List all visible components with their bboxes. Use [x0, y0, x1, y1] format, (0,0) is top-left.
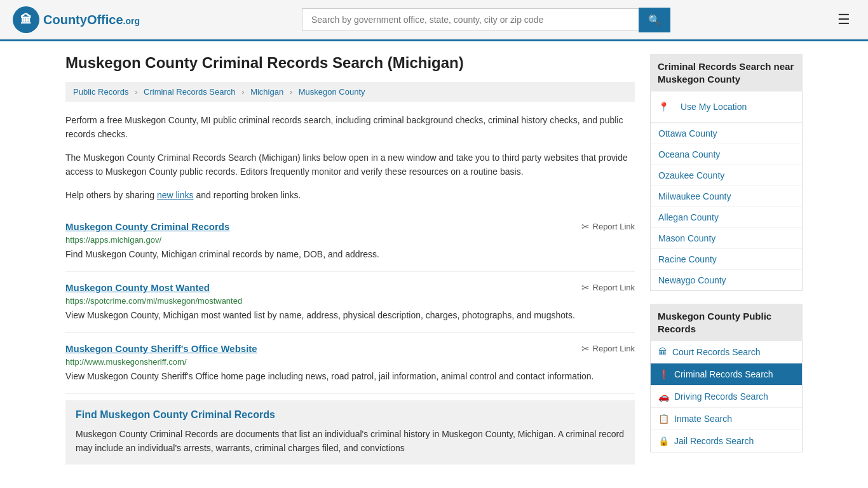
use-location-row: 📍 Use My Location [651, 92, 802, 123]
public-records-title: Muskegon County Public Records [650, 304, 803, 341]
find-section-text: Muskegon County Criminal Records are doc… [76, 427, 625, 456]
report-icon-2: ✂ [581, 343, 590, 355]
pin-icon: 📍 [658, 102, 669, 112]
record-item-0: Muskegon County Criminal Records ✂ Repor… [65, 211, 635, 272]
report-icon-0: ✂ [581, 221, 590, 233]
site-header: 🏛 CountyOffice.org 🔍 ☰ [0, 0, 868, 41]
public-records-section: Muskegon County Public Records 🏛 Court R… [650, 304, 803, 452]
pub-rec-label-4: Jail Records Search [674, 436, 754, 446]
search-area: 🔍 [302, 8, 670, 32]
find-section: Find Muskegon County Criminal Records Mu… [65, 400, 635, 464]
sidebar-county-link-7[interactable]: Newaygo County [651, 270, 802, 290]
logo-icon: 🏛 [13, 6, 39, 33]
logo-name: CountyOffice.org [43, 13, 140, 27]
sidebar-county-link-2[interactable]: Ozaukee County [651, 165, 802, 186]
record-header-1: Muskegon County Most Wanted ✂ Report Lin… [65, 282, 635, 294]
record-desc-2: View Muskegon County Sheriff's Office ho… [65, 370, 635, 383]
content-area: Muskegon County Criminal Records Search … [65, 54, 635, 465]
search-button[interactable]: 🔍 [639, 8, 670, 32]
find-section-title: Find Muskegon County Criminal Records [76, 409, 625, 421]
pub-rec-link-3[interactable]: 📋 Inmate Search [651, 408, 802, 430]
record-url-1[interactable]: https://spotcrime.com/mi/muskegon/mostwa… [65, 296, 635, 306]
records-list: Muskegon County Criminal Records ✂ Repor… [65, 211, 635, 394]
pub-rec-label-3: Inmate Search [674, 414, 732, 424]
record-url-0[interactable]: https://apps.michigan.gov/ [65, 235, 635, 245]
desc-para3-prefix: Help others by sharing [65, 190, 157, 200]
record-item-2: Muskegon County Sheriff's Office Website… [65, 333, 635, 394]
record-title-2[interactable]: Muskegon County Sheriff's Office Website [65, 343, 257, 354]
pub-rec-icon-2: 🚗 [658, 391, 669, 402]
pub-rec-label-0: Court Records Search [672, 347, 761, 357]
pub-rec-link-0[interactable]: 🏛 Court Records Search [651, 341, 802, 363]
sidebar-county-6: Racine County [651, 249, 802, 270]
pub-rec-3: 📋 Inmate Search [651, 408, 802, 430]
description-para2: The Muskegon County Criminal Records Sea… [65, 151, 635, 179]
description-para1: Perform a free Muskegon County, MI publi… [65, 113, 635, 142]
sidebar-county-4: Allegan County [651, 207, 802, 228]
report-label-2: Report Link [593, 344, 635, 353]
breadcrumb-muskegon[interactable]: Muskegon County [299, 87, 365, 97]
page-title: Muskegon County Criminal Records Search … [65, 54, 635, 72]
sidebar-county-link-4[interactable]: Allegan County [651, 207, 802, 227]
pub-rec-0: 🏛 Court Records Search [651, 341, 802, 363]
record-url-2[interactable]: http://www.muskegonsheriff.com/ [65, 357, 635, 367]
logo-area: 🏛 CountyOffice.org [13, 6, 140, 33]
nearby-section-title: Criminal Records Search near Muskegon Co… [650, 54, 803, 92]
report-label-0: Report Link [593, 222, 635, 231]
pub-rec-link-4[interactable]: 🔒 Jail Records Search [651, 430, 802, 452]
bc-sep-1: › [135, 87, 137, 97]
logo-text: CountyOffice.org [43, 13, 140, 27]
record-desc-0: Find Muskegon County, Michigan criminal … [65, 248, 635, 261]
sidebar-county-7: Newaygo County [651, 270, 802, 290]
sidebar-county-link-6[interactable]: Racine County [651, 249, 802, 269]
public-records-list: 🏛 Court Records Search ❗ Criminal Record… [650, 341, 803, 452]
breadcrumb-michigan[interactable]: Michigan [250, 87, 283, 97]
record-header-0: Muskegon County Criminal Records ✂ Repor… [65, 221, 635, 233]
desc-para3-suffix: and reporting broken links. [194, 190, 301, 200]
sidebar-county-5: Mason County [651, 228, 802, 249]
bc-sep-3: › [290, 87, 292, 97]
pub-rec-1: ❗ Criminal Records Search [651, 363, 802, 386]
bc-sep-2: › [241, 87, 244, 97]
report-link-0[interactable]: ✂ Report Link [581, 221, 635, 233]
pub-rec-4: 🔒 Jail Records Search [651, 430, 802, 452]
pub-rec-link-1[interactable]: ❗ Criminal Records Search [651, 363, 802, 385]
main-container: Muskegon County Criminal Records Search … [53, 41, 815, 478]
sidebar-county-link-3[interactable]: Milwaukee County [651, 186, 802, 207]
pub-rec-2: 🚗 Driving Records Search [651, 386, 802, 408]
pub-rec-label-2: Driving Records Search [674, 391, 768, 402]
sidebar-county-2: Ozaukee County [651, 165, 802, 186]
pub-rec-label-1: Criminal Records Search [674, 369, 773, 379]
report-link-2[interactable]: ✂ Report Link [581, 343, 635, 355]
record-desc-1: View Muskegon County, Michigan most want… [65, 309, 635, 322]
breadcrumb-criminal-records[interactable]: Criminal Records Search [144, 87, 236, 97]
description-para3: Help others by sharing new links and rep… [65, 188, 635, 202]
sidebar-county-link-5[interactable]: Mason County [651, 228, 802, 248]
report-icon-1: ✂ [581, 282, 590, 294]
new-links-link[interactable]: new links [157, 190, 194, 200]
pub-rec-icon-3: 📋 [658, 414, 669, 424]
sidebar-county-3: Milwaukee County [651, 186, 802, 207]
report-link-1[interactable]: ✂ Report Link [581, 282, 635, 294]
sidebar-county-link-0[interactable]: Ottawa County [651, 123, 802, 144]
sidebar: Criminal Records Search near Muskegon Co… [650, 54, 803, 465]
record-header-2: Muskegon County Sheriff's Office Website… [65, 343, 635, 355]
sidebar-county-link-1[interactable]: Oceana County [651, 144, 802, 165]
use-location-item: 📍 Use My Location [651, 92, 802, 123]
breadcrumb: Public Records › Criminal Records Search… [65, 82, 635, 102]
sidebar-county-1: Oceana County [651, 144, 802, 165]
use-location-link[interactable]: Use My Location [673, 97, 754, 117]
sidebar-county-0: Ottawa County [651, 123, 802, 144]
nearby-county-list: 📍 Use My Location Ottawa County Oceana C… [650, 92, 803, 291]
report-label-1: Report Link [593, 283, 635, 292]
pub-rec-link-2[interactable]: 🚗 Driving Records Search [651, 386, 802, 407]
pub-rec-icon-0: 🏛 [658, 347, 667, 357]
breadcrumb-public-records[interactable]: Public Records [73, 87, 128, 97]
record-title-1[interactable]: Muskegon County Most Wanted [65, 282, 210, 293]
pub-rec-icon-4: 🔒 [658, 436, 669, 446]
search-input[interactable] [302, 8, 639, 31]
record-title-0[interactable]: Muskegon County Criminal Records [65, 221, 229, 232]
pub-rec-icon-1: ❗ [658, 369, 669, 379]
menu-button[interactable]: ☰ [832, 9, 855, 30]
nearby-section: Criminal Records Search near Muskegon Co… [650, 54, 803, 291]
